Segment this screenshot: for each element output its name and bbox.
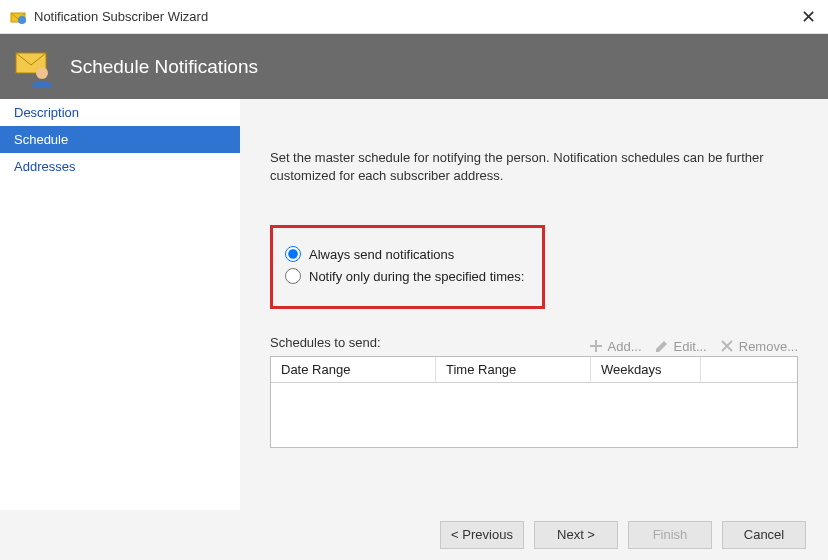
col-weekdays[interactable]: Weekdays	[591, 357, 701, 382]
edit-label: Edit...	[674, 339, 707, 354]
sidebar: Description Schedule Addresses	[0, 99, 240, 510]
main-area: Description Schedule Addresses Set the m…	[0, 99, 828, 510]
envelope-user-icon	[14, 47, 54, 87]
sidebar-item-addresses[interactable]: Addresses	[0, 153, 240, 180]
remove-label: Remove...	[739, 339, 798, 354]
schedules-header: Schedules to send: Add... Edit... Remove…	[270, 335, 798, 354]
page-title: Schedule Notifications	[70, 56, 258, 78]
cancel-button[interactable]: Cancel	[722, 521, 806, 549]
next-button[interactable]: Next >	[534, 521, 618, 549]
sidebar-item-description[interactable]: Description	[0, 99, 240, 126]
schedule-mode-group: Always send notifications Notify only du…	[270, 225, 545, 309]
grid-header: Date Range Time Range Weekdays	[271, 357, 797, 383]
radio-specified-label: Notify only during the specified times:	[309, 269, 524, 284]
add-label: Add...	[608, 339, 642, 354]
pencil-icon	[654, 338, 670, 354]
schedules-toolbar: Add... Edit... Remove...	[588, 338, 798, 354]
finish-button[interactable]: Finish	[628, 521, 712, 549]
app-icon	[10, 9, 26, 25]
radio-specified[interactable]: Notify only during the specified times:	[285, 268, 524, 284]
window-title: Notification Subscriber Wizard	[34, 9, 798, 24]
sidebar-item-schedule[interactable]: Schedule	[0, 126, 240, 153]
plus-icon	[588, 338, 604, 354]
schedules-label: Schedules to send:	[270, 335, 381, 350]
remove-button[interactable]: Remove...	[719, 338, 798, 354]
close-icon[interactable]: ✕	[798, 6, 818, 28]
previous-button[interactable]: < Previous	[440, 521, 524, 549]
content-panel: Set the master schedule for notifying th…	[240, 99, 828, 510]
add-button[interactable]: Add...	[588, 338, 642, 354]
edit-button[interactable]: Edit...	[654, 338, 707, 354]
instruction-text: Set the master schedule for notifying th…	[270, 149, 798, 185]
col-time-range[interactable]: Time Range	[436, 357, 591, 382]
radio-always-label: Always send notifications	[309, 247, 454, 262]
title-bar: Notification Subscriber Wizard ✕	[0, 0, 828, 34]
wizard-footer: < Previous Next > Finish Cancel	[0, 510, 828, 560]
schedules-grid: Date Range Time Range Weekdays	[270, 356, 798, 448]
radio-specified-input[interactable]	[285, 268, 301, 284]
radio-always[interactable]: Always send notifications	[285, 246, 524, 262]
x-icon	[719, 338, 735, 354]
col-date-range[interactable]: Date Range	[271, 357, 436, 382]
radio-always-input[interactable]	[285, 246, 301, 262]
wizard-header: Schedule Notifications	[0, 34, 828, 99]
col-spacer	[701, 357, 797, 382]
svg-point-3	[36, 67, 48, 79]
svg-point-1	[18, 16, 26, 24]
